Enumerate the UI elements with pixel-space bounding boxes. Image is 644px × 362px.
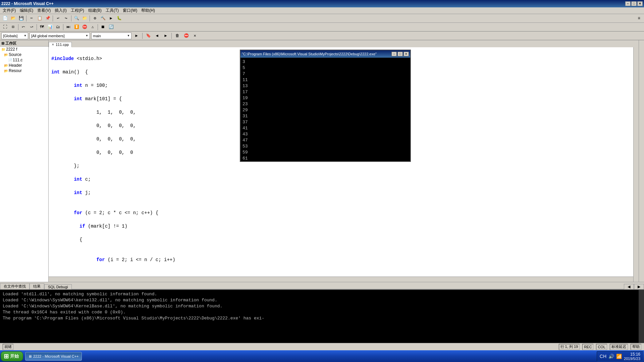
- bottom-tab-scroll-left[interactable]: ◀: [624, 284, 634, 289]
- sidebar-item-label: Resour: [9, 68, 22, 73]
- next-bookmark-btn[interactable]: ▶: [162, 33, 169, 39]
- output-scroll-vertical[interactable]: [639, 290, 644, 343]
- bottom-tab-sql-debug[interactable]: SQL Debugi: [44, 284, 72, 289]
- tb2-btn6[interactable]: 📊: [46, 24, 54, 31]
- tb2-btn2[interactable]: ⊡: [9, 24, 17, 31]
- app-title: 2222 - Microsoft Visual C++: [1, 1, 54, 6]
- tb2-stop[interactable]: ⏹: [99, 24, 107, 31]
- tab-close-icon[interactable]: ✕: [52, 43, 54, 46]
- menu-tools[interactable]: 工具(T): [104, 7, 121, 14]
- menu-insert[interactable]: 插入(I): [53, 7, 68, 14]
- tb2-btn1[interactable]: ⛶: [1, 24, 9, 31]
- editor-scroll-horizontal[interactable]: [49, 277, 633, 282]
- status-bar: 就绪 行 1, 列 19 REC COL 标准延迟 帮助: [0, 343, 644, 350]
- project-sidebar: ⊞ 工作区 📁 2222 f 📂 Source 📄 111.c 📂 Header…: [0, 40, 49, 282]
- window-controls: − □ ✕: [625, 1, 643, 6]
- console-titlebar: "C:\Program Files (x86)\Microsoft Visual…: [240, 50, 410, 58]
- status-rec: REC: [582, 344, 593, 350]
- breakpoint-toggle-btn[interactable]: ⛔: [182, 33, 190, 39]
- undo-button[interactable]: ↩: [54, 15, 62, 22]
- prev-bookmark-btn[interactable]: ◀: [153, 33, 161, 39]
- save-file-button[interactable]: 💾: [17, 15, 25, 22]
- editor-scroll-vertical[interactable]: [633, 47, 639, 282]
- globals-combo[interactable]: [Globals] ▼: [1, 33, 28, 39]
- function-combo[interactable]: main ▼: [91, 33, 131, 39]
- bookmark-btn[interactable]: 🔖: [145, 33, 152, 39]
- run-button[interactable]: ▶: [107, 15, 115, 22]
- system-tray: CH 🔊 📶 15:16 2019/5/23: [597, 351, 643, 361]
- console-minimize[interactable]: −: [391, 52, 397, 56]
- tray-volume-icon[interactable]: 🔊: [608, 354, 614, 359]
- tb2-btn5[interactable]: 🗺: [38, 24, 46, 31]
- taskbar-vcpp-button[interactable]: 🖥 2222 - Microsoft Visual C++: [25, 352, 82, 361]
- editor-tab-item[interactable]: ✕ 111.cpp: [49, 42, 72, 47]
- combo-go-button[interactable]: ▶: [133, 33, 140, 39]
- search-button[interactable]: 🔍: [73, 15, 80, 22]
- separator-4: [90, 15, 90, 21]
- output-line-5: The program 'C:\Program Files (x86)\Micr…: [3, 315, 641, 321]
- maximize-button[interactable]: □: [631, 1, 637, 6]
- menu-help[interactable]: 帮助(H): [139, 7, 157, 14]
- find-in-files-button[interactable]: 📁: [81, 15, 88, 22]
- copy-button[interactable]: 📋: [36, 15, 43, 22]
- menu-project[interactable]: 工程(P): [69, 7, 86, 14]
- status-ext: 帮助: [631, 344, 641, 350]
- output-panel: Loaded 'ntdll.dll', no matching symbolic…: [0, 289, 644, 343]
- separator-5: [18, 24, 18, 30]
- output-line-2: Loaded 'C:\Windows\SysWOW64\kernel32.dll…: [3, 297, 641, 303]
- bottom-tab-results[interactable]: 结果: [30, 283, 44, 289]
- sidebar-item-header[interactable]: 📂 Header: [0, 63, 48, 68]
- sidebar-item-source[interactable]: 📂 Source: [0, 52, 48, 57]
- menu-build[interactable]: 组建(B): [86, 7, 104, 14]
- clear-bookmark-btn[interactable]: 🗑: [174, 33, 181, 39]
- close-button[interactable]: ✕: [637, 1, 643, 6]
- tray-network-icon[interactable]: 📶: [616, 354, 622, 359]
- bottom-tab-scroll-right[interactable]: ▶: [634, 284, 644, 289]
- sidebar-item-label: Source: [9, 52, 21, 57]
- paste-button[interactable]: 📌: [44, 15, 51, 22]
- start-button[interactable]: ⊞ 开始: [1, 351, 23, 361]
- tb2-step-into[interactable]: ⏬: [73, 24, 80, 31]
- toolbar-2: ⛶ ⊡ ⤺ ⤻ 🗺 📊 🗂 ⏭ ⏬ ⛔ ⚠ ⏹ 🔄: [0, 23, 644, 32]
- minimize-button[interactable]: −: [625, 1, 631, 6]
- console-title: "C:\Program Files (x86)\Microsoft Visual…: [242, 52, 377, 56]
- tray-lang-icon: CH: [600, 354, 606, 359]
- compile-button[interactable]: ⚙: [91, 15, 99, 22]
- tb2-btn4[interactable]: ⤻: [28, 24, 35, 31]
- tb2-step-over[interactable]: ⏭: [65, 24, 72, 31]
- taskbar: ⊞ 开始 🖥 2222 - Microsoft Visual C++ CH 🔊 …: [0, 350, 644, 362]
- sidebar-item-file[interactable]: 📄 111.c: [0, 57, 48, 63]
- open-file-button[interactable]: 📂: [9, 15, 17, 22]
- taskbar-btn-label: 2222 - Microsoft Visual C++: [33, 354, 79, 358]
- menu-window[interactable]: 窗口(W): [121, 7, 139, 14]
- menu-view[interactable]: 查看(V): [35, 7, 53, 14]
- bottom-tab-bar: 在文件中查找 结果 SQL Debugi ◀ ▶: [0, 282, 644, 289]
- tb2-btn7[interactable]: 🗂: [54, 24, 62, 31]
- tb2-warning[interactable]: ⚠: [89, 24, 96, 31]
- tray-clock: 15:16 2019/5/23: [624, 352, 640, 361]
- output-line-3: Loaded 'C:\Windows\SysWOW64\KernelBase.d…: [3, 303, 641, 309]
- new-file-button[interactable]: 📄: [1, 15, 9, 22]
- status-ready: 就绪: [3, 344, 13, 350]
- tb2-breakpoint[interactable]: ⛔: [81, 24, 88, 31]
- bottom-tab-find-in-files[interactable]: 在文件中查找: [0, 283, 30, 289]
- cut-button[interactable]: ✂: [28, 15, 35, 22]
- menu-file[interactable]: 文件(F): [1, 7, 18, 14]
- console-close[interactable]: ✕: [404, 52, 409, 56]
- redo-button[interactable]: ↪: [62, 15, 70, 22]
- misc-btn[interactable]: ≡: [635, 15, 643, 22]
- clear-all-breakpoints-btn[interactable]: ✕: [191, 33, 199, 39]
- menu-bar: 文件(F) 编辑(E) 查看(V) 插入(I) 工程(P) 组建(B) 工具(T…: [0, 7, 644, 14]
- sep-combo: [142, 33, 143, 39]
- build-button[interactable]: 🔨: [99, 15, 107, 22]
- status-position: 行 1, 列 19: [559, 344, 580, 350]
- tb2-btn3[interactable]: ⤺: [20, 24, 27, 31]
- sidebar-item-resource[interactable]: 📂 Resour: [0, 68, 48, 73]
- members-combo[interactable]: [All global members] ▼: [30, 33, 90, 39]
- output-line-1: Loaded 'ntdll.dll', no matching symbolic…: [3, 291, 641, 297]
- debug-button[interactable]: 🐛: [115, 15, 123, 22]
- console-maximize[interactable]: □: [397, 52, 403, 56]
- menu-edit[interactable]: 编辑(E): [18, 7, 35, 14]
- sidebar-item-workspace[interactable]: 📁 2222 f: [0, 47, 48, 52]
- tb2-restart[interactable]: 🔄: [107, 24, 115, 31]
